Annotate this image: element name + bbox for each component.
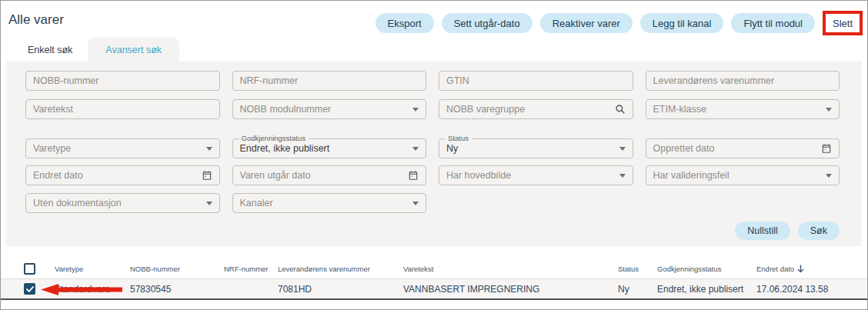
approval-status-select[interactable]: Godkjenningsstatus Endret, ikke publiser… [232, 138, 427, 158]
placeholder: Leverandørens varenummer [653, 75, 775, 86]
chevron-down-icon [206, 202, 212, 205]
sort-descending-icon [797, 265, 804, 273]
created-date-input[interactable]: Opprettet dato [646, 138, 840, 158]
placeholder: Uten dokumentasjon [33, 198, 122, 208]
column-header-varetype[interactable]: Varetype [55, 265, 130, 273]
without-documentation-select[interactable]: Uten dokumentasjon [25, 193, 220, 213]
chevron-down-icon [826, 174, 832, 178]
field-label: Status [445, 134, 472, 142]
placeholder: NOBB-nummer [33, 75, 98, 86]
column-header-endret-dato[interactable]: Endret dato [756, 265, 867, 273]
selected-value: Endret, ikke publisert [240, 143, 330, 154]
chevron-down-icon [206, 147, 212, 151]
has-main-image-select[interactable]: Har hovedbilde [439, 165, 633, 185]
tab-advanced-search[interactable]: Avansert søk [88, 38, 179, 62]
item-expiry-date-input[interactable]: Varen utgår dato [232, 165, 427, 185]
nobb-product-group-input[interactable]: NOBB varegruppe [439, 99, 633, 119]
item-text-input[interactable]: Varetekst [25, 99, 220, 119]
chevron-down-icon [412, 108, 419, 112]
cell-endret-dato: 17.06.2024 13.58 [756, 284, 867, 295]
placeholder: NRF-nummer [240, 75, 299, 86]
placeholder: GTIN [446, 75, 469, 86]
calendar-icon [408, 170, 419, 181]
chevron-down-icon [619, 147, 626, 151]
search-icon [615, 104, 626, 115]
cell-nobb-nummer: 57830545 [130, 284, 224, 295]
column-header-leverandorens-varenummer[interactable]: Leverandørens varenummer [278, 265, 403, 273]
checkmark-icon [26, 286, 34, 292]
placeholder: NOBB modulnummer [240, 104, 332, 115]
add-to-channel-button[interactable]: Legg til kanal [640, 13, 724, 33]
delete-button[interactable]: Slett [826, 14, 860, 32]
move-to-module-button[interactable]: Flytt til modul [731, 13, 815, 33]
placeholder: Varetekst [33, 104, 73, 115]
cell-varetekst: VANNBASERT IMPREGNERING [403, 284, 618, 295]
placeholder: Har hovedbilde [446, 170, 511, 181]
selected-value: Ny [446, 143, 458, 154]
search-tabs: Enkelt søk Avansert søk [1, 38, 867, 62]
field-label: Godkjenningsstatus [239, 134, 309, 142]
chevron-down-icon [412, 202, 419, 205]
chevron-down-icon [826, 108, 832, 112]
table-row[interactable]: Standardvare 57830545 7081HD VANNBASERT … [1, 279, 867, 300]
placeholder: NOBB varegruppe [446, 104, 525, 115]
export-button[interactable]: Eksport [376, 13, 434, 33]
placeholder: Kanaler [240, 198, 273, 208]
placeholder: Endret dato [33, 170, 83, 181]
top-bar: Alle varer Eksport Sett utgår-dato Reakt… [1, 1, 867, 38]
reactivate-items-button[interactable]: Reaktiver varer [540, 13, 633, 33]
placeholder: ETIM-klasse [653, 104, 706, 115]
cell-leverandorens-varenummer: 7081HD [278, 284, 403, 295]
channels-select[interactable]: Kanaler [232, 193, 427, 213]
reset-button[interactable]: Nullstill [735, 222, 790, 240]
search-button[interactable]: Søk [798, 222, 840, 240]
column-header-godkjenningsstatus[interactable]: Godkjenningsstatus [657, 265, 756, 273]
nobb-number-input[interactable]: NOBB-nummer [25, 71, 220, 91]
nrf-number-input[interactable]: NRF-nummer [232, 71, 427, 91]
cell-status: Ny [618, 284, 657, 295]
select-all-checkbox[interactable] [24, 263, 35, 275]
gtin-input[interactable]: GTIN [439, 71, 633, 91]
item-type-select[interactable]: Varetype [25, 138, 220, 158]
chevron-down-icon [412, 147, 419, 151]
placeholder: Varen utgår dato [240, 170, 311, 181]
search-panel-actions: Nullstill Søk [25, 222, 840, 240]
supplier-item-number-input[interactable]: Leverandørens varenummer [646, 71, 840, 91]
status-select[interactable]: Status Ny [439, 138, 633, 158]
app-window: { "page": { "title": "Alle varer" }, "to… [0, 0, 868, 310]
calendar-icon [202, 170, 212, 181]
cell-varetype: Standardvare [55, 284, 130, 295]
column-header-varetekst[interactable]: Varetekst [403, 265, 618, 273]
column-header-status[interactable]: Status [618, 265, 657, 273]
page-title: Alle varer [8, 12, 64, 28]
chevron-down-icon [619, 174, 626, 178]
advanced-search-panel: NOBB-nummer NRF-nummer GTIN Leverandøren… [6, 62, 862, 246]
toolbar-actions: Eksport Sett utgår-dato Reaktiver varer … [376, 11, 863, 35]
nobb-module-number-select[interactable]: NOBB modulnummer [232, 99, 427, 119]
etim-class-select[interactable]: ETIM-klasse [646, 99, 840, 119]
tab-simple-search[interactable]: Enkelt søk [12, 38, 88, 62]
set-expiry-date-button[interactable]: Sett utgår-dato [442, 13, 532, 33]
row-checkbox[interactable] [24, 283, 35, 295]
has-validation-errors-select[interactable]: Har valideringsfeil [646, 165, 840, 185]
placeholder: Har valideringsfeil [653, 170, 729, 181]
cell-godkjenningsstatus: Endret, ikke publisert [657, 284, 756, 295]
table-header-row: Varetype NOBB-nummer NRF-nummer Leverand… [1, 259, 867, 279]
changed-date-input[interactable]: Endret dato [25, 165, 220, 185]
delete-button-highlight-annotation: Slett [823, 11, 863, 35]
placeholder: Varetype [33, 143, 71, 154]
column-header-nobb-nummer[interactable]: NOBB-nummer [130, 265, 224, 273]
placeholder: Opprettet dato [653, 143, 715, 154]
calendar-icon [821, 143, 832, 154]
column-header-nrf-nummer[interactable]: NRF-nummer [224, 265, 278, 273]
